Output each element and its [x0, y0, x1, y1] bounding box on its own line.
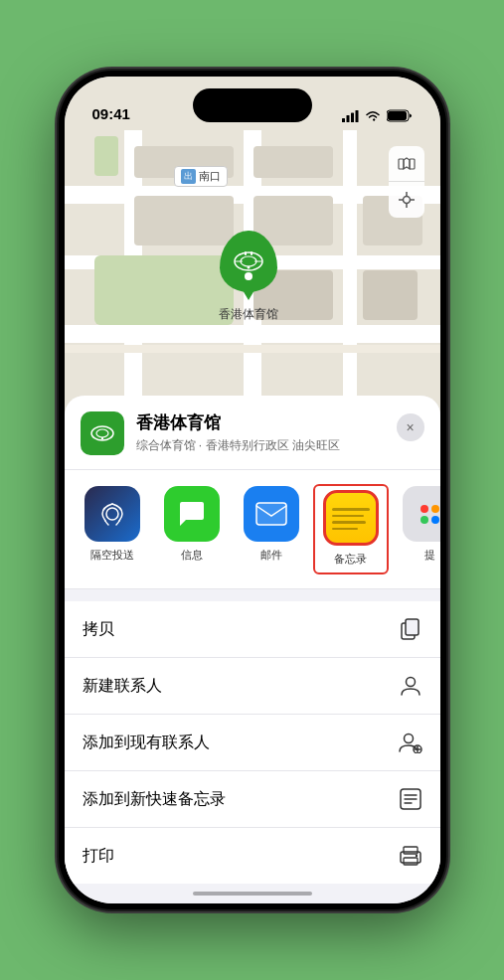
svg-rect-3: [355, 110, 358, 122]
mail-label: 邮件: [260, 548, 282, 563]
location-label: 出 南口: [174, 166, 228, 187]
svg-point-19: [247, 266, 250, 269]
share-item-mail[interactable]: 邮件: [236, 486, 307, 572]
svg-point-40: [415, 855, 417, 857]
venue-description: 综合体育馆 · 香港特别行政区 油尖旺区: [136, 437, 385, 454]
svg-point-23: [106, 508, 118, 520]
svg-rect-7: [410, 159, 415, 169]
svg-rect-27: [406, 619, 419, 635]
action-quick-note[interactable]: 添加到新快速备忘录: [65, 771, 440, 828]
map-type-button[interactable]: [389, 146, 424, 182]
venue-pin-label: 香港体育馆: [219, 306, 278, 323]
svg-rect-6: [399, 159, 404, 169]
add-existing-label: 添加到现有联系人: [83, 733, 210, 753]
person-add-icon: [399, 731, 422, 754]
copy-icon: [399, 617, 422, 641]
action-new-contact[interactable]: 新建联系人: [65, 658, 440, 715]
battery-icon: [387, 109, 413, 122]
map-controls: [389, 146, 424, 218]
home-indicator: [193, 892, 312, 896]
venue-header: 香港体育馆 综合体育馆 · 香港特别行政区 油尖旺区 ×: [65, 396, 440, 470]
wifi-icon: [365, 110, 381, 122]
more-label: 提: [424, 548, 435, 563]
phone-screen: 09:41: [65, 77, 440, 903]
phone-frame: 09:41: [59, 71, 446, 909]
color-dots: [420, 505, 439, 524]
airdrop-label: 隔空投送: [90, 548, 134, 563]
new-contact-label: 新建联系人: [83, 676, 162, 697]
message-label: 信息: [181, 548, 203, 563]
status-time: 09:41: [92, 105, 130, 122]
copy-label: 拷贝: [83, 619, 114, 640]
print-label: 打印: [83, 846, 114, 867]
share-item-notes[interactable]: 备忘录: [315, 486, 387, 572]
quick-note-icon: [399, 787, 422, 811]
venue-name: 香港体育馆: [136, 411, 385, 434]
notes-label: 备忘录: [334, 552, 367, 567]
svg-point-28: [406, 678, 415, 687]
share-row: 隔空投送 信息: [65, 470, 440, 589]
mail-icon-bg: [244, 486, 299, 542]
svg-rect-18: [251, 251, 252, 255]
signal-icon: [342, 110, 359, 122]
quick-note-label: 添加到新快速备忘录: [83, 789, 226, 810]
svg-rect-39: [404, 858, 418, 865]
notes-line-3: [332, 521, 366, 524]
svg-rect-1: [346, 115, 349, 122]
bottom-sheet: 香港体育馆 综合体育馆 · 香港特别行政区 油尖旺区 ×: [65, 396, 440, 903]
venue-pin[interactable]: 香港体育馆: [219, 231, 278, 323]
action-copy[interactable]: 拷贝: [65, 601, 440, 658]
airdrop-icon-bg: [84, 486, 140, 542]
close-button[interactable]: ×: [397, 413, 424, 441]
action-list: 拷贝 新建联系人: [65, 601, 440, 884]
venue-logo: [81, 411, 124, 455]
svg-point-22: [100, 437, 102, 439]
share-item-airdrop[interactable]: 隔空投送: [77, 486, 148, 572]
action-print[interactable]: 打印: [65, 828, 440, 884]
share-item-more[interactable]: 提: [395, 486, 440, 572]
action-add-existing[interactable]: 添加到现有联系人: [65, 715, 440, 771]
share-item-message[interactable]: 信息: [156, 486, 228, 572]
dynamic-island: [193, 88, 312, 122]
svg-point-21: [96, 429, 108, 437]
more-icon-bg: [403, 486, 440, 542]
svg-point-14: [241, 256, 256, 266]
notes-line-2: [332, 515, 364, 518]
location-button[interactable]: [389, 182, 424, 218]
message-icon-bg: [164, 486, 220, 542]
svg-rect-24: [256, 503, 286, 525]
location-name: 南口: [199, 169, 221, 184]
pin-icon-bg: [220, 231, 277, 292]
notes-line-1: [332, 508, 370, 511]
svg-rect-2: [351, 112, 354, 122]
notes-line-4: [332, 528, 359, 531]
svg-point-29: [404, 735, 413, 743]
svg-rect-5: [388, 111, 407, 120]
pin-dot: [245, 272, 252, 280]
location-badge: 出: [181, 169, 196, 184]
svg-rect-38: [404, 847, 418, 854]
venue-info: 香港体育馆 综合体育馆 · 香港特别行政区 油尖旺区: [136, 411, 385, 454]
print-icon: [399, 844, 422, 868]
svg-point-8: [403, 197, 410, 204]
svg-rect-17: [245, 251, 247, 255]
status-icons: [342, 109, 413, 122]
notes-lines: [326, 500, 376, 536]
person-icon: [399, 674, 422, 698]
notes-icon-bg: [323, 490, 379, 546]
svg-rect-0: [342, 118, 345, 122]
